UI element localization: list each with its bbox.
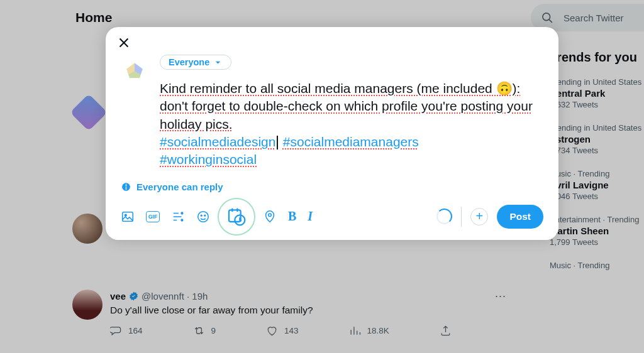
svg-point-13 bbox=[201, 215, 202, 216]
svg-point-12 bbox=[198, 211, 209, 222]
compose-toolbar: GIF B I + Post bbox=[117, 205, 547, 229]
compose-dialog: Everyone Kind reminder to all social med… bbox=[106, 27, 558, 240]
close-button[interactable] bbox=[117, 36, 131, 50]
emoji-icon bbox=[196, 210, 210, 224]
media-button[interactable] bbox=[121, 210, 135, 224]
emoji-button[interactable] bbox=[196, 210, 210, 224]
toolbar-divider bbox=[461, 207, 462, 227]
svg-point-10 bbox=[181, 212, 183, 214]
hashtag[interactable]: #socialmediamanagers bbox=[283, 134, 419, 149]
add-thread-button[interactable]: + bbox=[470, 208, 488, 225]
poll-button[interactable] bbox=[171, 210, 185, 224]
svg-point-19 bbox=[269, 214, 272, 217]
post-button[interactable]: Post bbox=[497, 205, 543, 229]
compose-avatar[interactable] bbox=[121, 57, 148, 85]
svg-point-14 bbox=[204, 215, 206, 216]
italic-button[interactable]: I bbox=[308, 209, 313, 224]
poll-icon bbox=[171, 210, 185, 224]
svg-rect-5 bbox=[123, 212, 133, 221]
close-icon bbox=[117, 36, 131, 50]
schedule-highlight bbox=[218, 198, 255, 236]
location-button[interactable] bbox=[263, 210, 277, 224]
reply-settings[interactable]: Everyone can reply bbox=[117, 182, 547, 192]
image-icon bbox=[121, 210, 135, 224]
chevron-down-icon bbox=[213, 58, 223, 67]
globe-icon bbox=[121, 182, 131, 192]
schedule-icon[interactable] bbox=[226, 207, 247, 227]
reply-settings-label: Everyone can reply bbox=[136, 182, 223, 192]
bold-button[interactable]: B bbox=[288, 209, 296, 224]
svg-point-11 bbox=[181, 219, 183, 221]
char-count-ring bbox=[436, 209, 452, 224]
hashtag[interactable]: #workinginsocial bbox=[160, 152, 257, 166]
svg-point-6 bbox=[125, 214, 126, 216]
gif-button[interactable]: GIF bbox=[146, 211, 160, 222]
compose-textarea[interactable]: Kind reminder to all social media manage… bbox=[160, 80, 543, 169]
audience-selector[interactable]: Everyone bbox=[160, 55, 231, 70]
audience-label: Everyone bbox=[169, 57, 209, 67]
compose-text-content: Kind reminder to all social media manage… bbox=[160, 81, 533, 131]
location-icon bbox=[263, 210, 277, 224]
hashtag[interactable]: #socialmediadesign bbox=[160, 134, 275, 149]
